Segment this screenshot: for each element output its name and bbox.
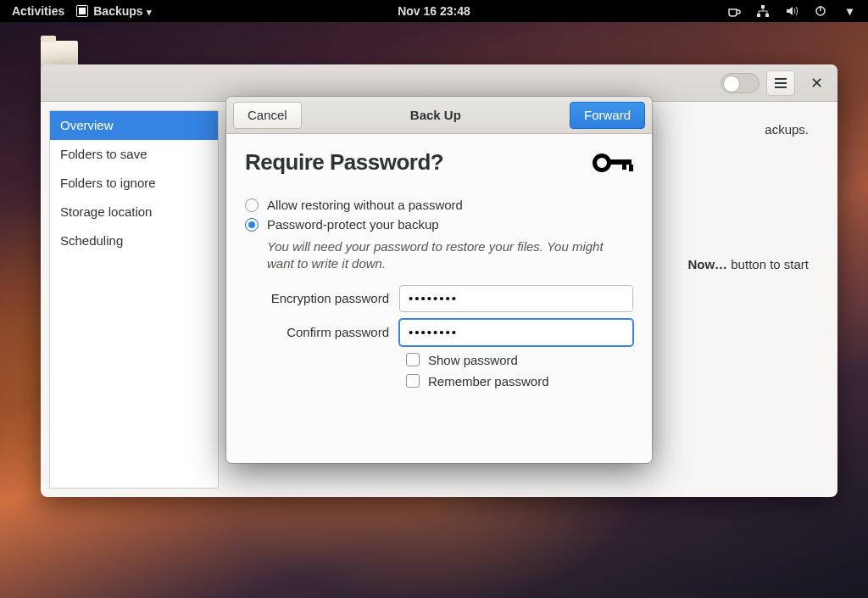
caffeine-icon[interactable] xyxy=(727,4,741,18)
svg-rect-1 xyxy=(757,14,760,17)
settings-sidebar: Overview Folders to save Folders to igno… xyxy=(49,110,219,489)
radio-protect-label: Password-protect your backup xyxy=(267,217,439,232)
forward-button[interactable]: Forward xyxy=(570,102,645,129)
clock[interactable]: Nov 16 23:48 xyxy=(398,4,470,18)
network-icon[interactable] xyxy=(756,4,770,18)
volume-icon[interactable] xyxy=(785,4,798,18)
auto-backup-toggle[interactable] xyxy=(721,73,760,93)
app-menu[interactable]: Backups xyxy=(76,4,151,18)
radio-icon xyxy=(245,198,259,212)
cancel-button[interactable]: Cancel xyxy=(233,102,302,129)
power-icon[interactable] xyxy=(814,4,827,18)
encryption-password-input[interactable] xyxy=(399,285,633,312)
password-hint: You will need your password to restore y… xyxy=(267,238,633,273)
dialog-title: Back Up xyxy=(302,108,570,122)
sidebar-item-folders-save[interactable]: Folders to save xyxy=(50,140,218,169)
confirm-password-label: Confirm password xyxy=(245,325,389,339)
content-tail: button to start xyxy=(727,257,809,271)
checkbox-icon xyxy=(406,374,420,388)
radio-allow-no-password[interactable]: Allow restoring without a password xyxy=(245,198,633,212)
sidebar-item-storage[interactable]: Storage location xyxy=(50,198,218,226)
radio-allow-label: Allow restoring without a password xyxy=(267,198,463,212)
gnome-top-bar: Activities Backups Nov 16 23:48 ▾ xyxy=(0,0,868,22)
chevron-down-icon[interactable]: ▾ xyxy=(843,4,856,18)
sidebar-item-folders-ignore[interactable]: Folders to ignore xyxy=(50,169,218,198)
show-password-label: Show password xyxy=(428,353,518,367)
dialog-heading: Require Password? xyxy=(245,149,443,176)
backup-now-ref: Now… xyxy=(687,257,727,271)
sidebar-item-scheduling[interactable]: Scheduling xyxy=(50,226,218,255)
encryption-password-label: Encryption password xyxy=(245,291,389,305)
sidebar-item-overview[interactable]: Overview xyxy=(50,111,218,140)
radio-password-protect[interactable]: Password-protect your backup xyxy=(245,217,633,232)
app-menu-label: Backups xyxy=(93,4,151,18)
confirm-password-input[interactable] xyxy=(399,319,633,346)
dialog-header: Cancel Back Up Forward xyxy=(226,97,652,134)
activities-button[interactable]: Activities xyxy=(12,4,64,18)
system-tray: ▾ xyxy=(727,4,868,18)
remember-password-label: Remember password xyxy=(428,374,549,388)
require-password-dialog: Cancel Back Up Forward Require Password?… xyxy=(226,97,652,463)
svg-rect-2 xyxy=(765,14,769,17)
remember-password-checkbox[interactable]: Remember password xyxy=(406,374,633,388)
show-password-checkbox[interactable]: Show password xyxy=(406,353,633,367)
window-close-button[interactable]: ✕ xyxy=(802,70,831,96)
key-icon xyxy=(593,151,633,175)
checkbox-icon xyxy=(406,353,420,366)
app-indicator-icon xyxy=(76,5,88,17)
hamburger-icon xyxy=(775,78,787,88)
svg-rect-0 xyxy=(761,5,765,8)
radio-icon xyxy=(245,218,259,232)
hamburger-menu-button[interactable] xyxy=(766,70,795,96)
